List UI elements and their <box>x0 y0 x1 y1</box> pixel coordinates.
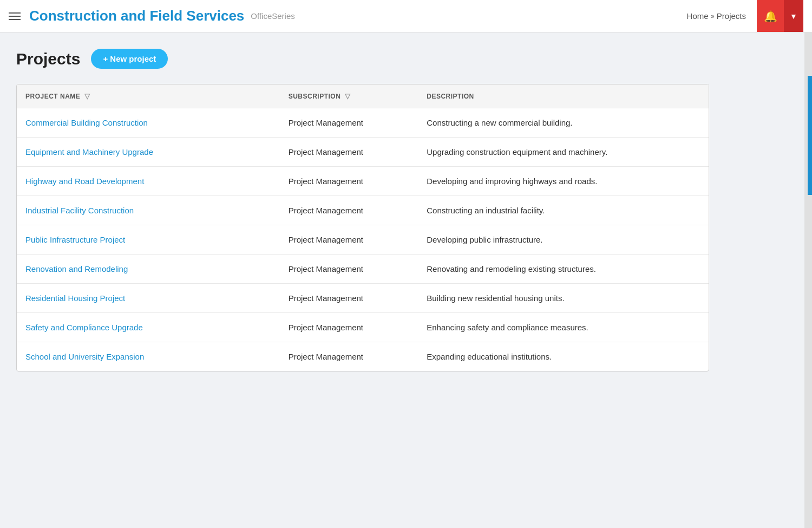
menu-icon[interactable] <box>9 12 21 20</box>
project-name-link[interactable]: Commercial Building Construction <box>25 118 148 127</box>
breadcrumb-home[interactable]: Home <box>687 11 709 21</box>
filter-icon-name[interactable]: ▽ <box>84 92 90 100</box>
table-cell-description: Renovating and remodeling existing struc… <box>418 255 709 284</box>
col-header-subscription: SUBSCRIPTION ▽ <box>280 84 418 108</box>
table-cell-subscription: Project Management <box>280 313 418 342</box>
table-cell-name: Safety and Compliance Upgrade <box>17 313 280 342</box>
table-cell-subscription: Project Management <box>280 225 418 255</box>
table-cell-name: Industrial Facility Construction <box>17 196 280 225</box>
table-cell-subscription: Project Management <box>280 108 418 138</box>
table-cell-name: Residential Housing Project <box>17 284 280 313</box>
table-header-row: PROJECT NAME ▽ SUBSCRIPTION ▽ DESCRIPTIO… <box>17 84 709 108</box>
table-cell-description: Constructing a new commercial building. <box>418 108 709 138</box>
col-header-name: PROJECT NAME ▽ <box>17 84 280 108</box>
project-name-link[interactable]: Industrial Facility Construction <box>25 206 134 215</box>
table-body: Commercial Building ConstructionProject … <box>17 108 709 371</box>
project-name-link[interactable]: School and University Expansion <box>25 352 144 361</box>
main-content: Projects + New project PROJECT NAME ▽ SU… <box>0 32 725 388</box>
table-cell-description: Expanding educational institutions. <box>418 342 709 371</box>
table-cell-description: Building new residential housing units. <box>418 284 709 313</box>
breadcrumb-current: Projects <box>717 11 746 21</box>
scrollbar-track[interactable] <box>804 32 812 388</box>
page-header: Projects + New project <box>16 49 709 69</box>
projects-table: PROJECT NAME ▽ SUBSCRIPTION ▽ DESCRIPTIO… <box>17 84 709 371</box>
table-row: Equipment and Machinery UpgradeProject M… <box>17 138 709 167</box>
chevron-down-icon: ▼ <box>790 12 797 21</box>
table-cell-name: Commercial Building Construction <box>17 108 280 138</box>
user-dropdown-button[interactable]: ▼ <box>784 0 803 32</box>
project-name-link[interactable]: Public Infrastructure Project <box>25 235 125 244</box>
table-cell-subscription: Project Management <box>280 342 418 371</box>
bell-button[interactable]: 🔔 <box>757 0 784 32</box>
table-cell-description: Developing and improving highways and ro… <box>418 167 709 196</box>
table-cell-subscription: Project Management <box>280 138 418 167</box>
header-actions: 🔔 ▼ <box>757 0 803 32</box>
project-name-link[interactable]: Residential Housing Project <box>25 294 125 303</box>
table-row: School and University ExpansionProject M… <box>17 342 709 371</box>
table-cell-description: Developing public infrastructure. <box>418 225 709 255</box>
table-cell-name: Highway and Road Development <box>17 167 280 196</box>
table-cell-name: Equipment and Machinery Upgrade <box>17 138 280 167</box>
project-name-link[interactable]: Equipment and Machinery Upgrade <box>25 147 153 157</box>
project-name-link[interactable]: Renovation and Remodeling <box>25 264 128 273</box>
bell-icon: 🔔 <box>764 10 777 23</box>
page-title: Projects <box>16 50 80 68</box>
table-cell-subscription: Project Management <box>280 167 418 196</box>
table-row: Industrial Facility ConstructionProject … <box>17 196 709 225</box>
scrollbar-thumb[interactable] <box>808 76 812 195</box>
app-subtitle: OfficeSeries <box>251 11 294 21</box>
table-cell-name: School and University Expansion <box>17 342 280 371</box>
breadcrumb-separator: » <box>711 12 715 20</box>
project-name-link[interactable]: Highway and Road Development <box>25 177 144 186</box>
table-cell-description: Enhancing safety and compliance measures… <box>418 313 709 342</box>
new-project-button[interactable]: + New project <box>91 49 168 69</box>
table-row: Highway and Road DevelopmentProject Mana… <box>17 167 709 196</box>
table-cell-subscription: Project Management <box>280 284 418 313</box>
table-cell-name: Renovation and Remodeling <box>17 255 280 284</box>
app-header: Construction and Field Services OfficeSe… <box>0 0 812 32</box>
app-title: Construction and Field Services <box>29 8 244 24</box>
table-cell-subscription: Project Management <box>280 255 418 284</box>
table-cell-description: Upgrading construction equipment and mac… <box>418 138 709 167</box>
table-row: Residential Housing ProjectProject Manag… <box>17 284 709 313</box>
table-row: Safety and Compliance UpgradeProject Man… <box>17 313 709 342</box>
table-cell-subscription: Project Management <box>280 196 418 225</box>
projects-table-wrapper: PROJECT NAME ▽ SUBSCRIPTION ▽ DESCRIPTIO… <box>16 84 709 371</box>
table-cell-description: Constructing an industrial facility. <box>418 196 709 225</box>
table-cell-name: Public Infrastructure Project <box>17 225 280 255</box>
table-row: Renovation and RemodelingProject Managem… <box>17 255 709 284</box>
col-header-description: DESCRIPTION <box>418 84 709 108</box>
table-row: Public Infrastructure ProjectProject Man… <box>17 225 709 255</box>
table-row: Commercial Building ConstructionProject … <box>17 108 709 138</box>
project-name-link[interactable]: Safety and Compliance Upgrade <box>25 323 143 332</box>
filter-icon-subscription[interactable]: ▽ <box>345 92 351 100</box>
breadcrumb: Home » Projects <box>687 11 746 21</box>
